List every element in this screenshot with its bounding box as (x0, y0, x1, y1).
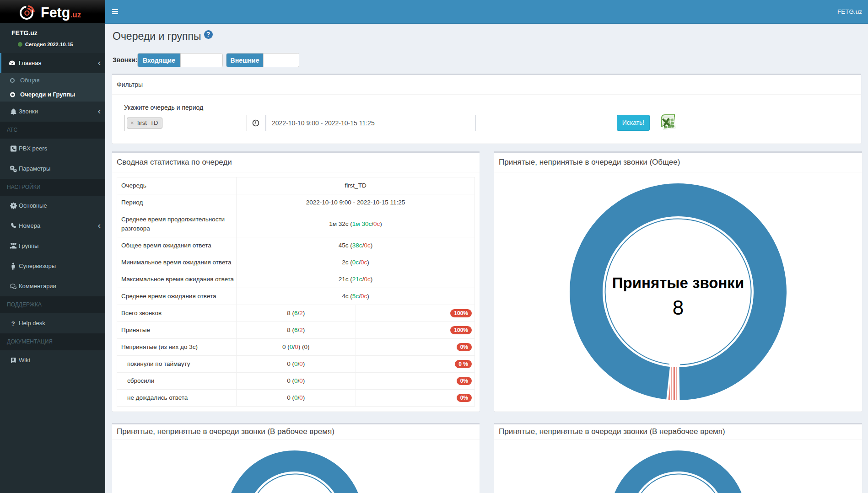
svg-text:.uz: .uz (70, 11, 81, 19)
svg-text:Принятые звонки: Принятые звонки (612, 274, 744, 291)
svg-text:?: ? (11, 320, 15, 327)
svg-text:Fetg: Fetg (41, 5, 70, 21)
svg-text:8: 8 (673, 296, 684, 319)
